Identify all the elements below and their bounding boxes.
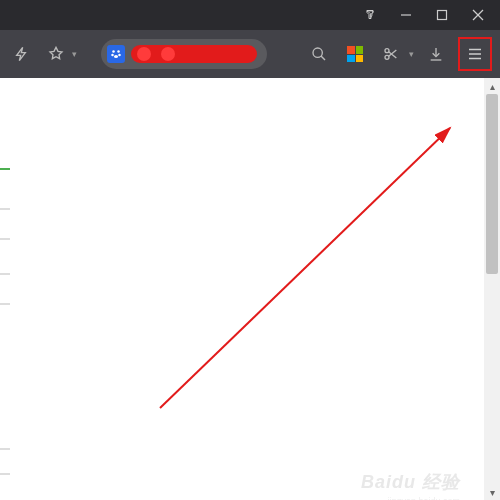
- svg-line-10: [321, 56, 325, 60]
- annotation-arrow: [0, 78, 480, 498]
- search-icon[interactable]: [305, 40, 333, 68]
- scroll-down-button[interactable]: ▾: [484, 484, 500, 500]
- site-favicon: [107, 45, 125, 63]
- svg-point-5: [117, 50, 120, 53]
- address-text-redacted: [131, 45, 257, 63]
- scrollbar-thumb[interactable]: [486, 94, 498, 274]
- appearance-button[interactable]: [352, 2, 388, 28]
- svg-line-19: [160, 128, 450, 408]
- svg-point-8: [114, 55, 118, 58]
- svg-point-7: [118, 54, 121, 57]
- microsoft-logo-icon[interactable]: [341, 40, 369, 68]
- content-main: Baidu 经验 jingyan.baidu.com: [0, 78, 484, 500]
- scissors-icon[interactable]: [377, 40, 405, 68]
- hamburger-menu-button[interactable]: [458, 37, 492, 71]
- window-titlebar: [0, 0, 500, 30]
- flash-icon[interactable]: [8, 40, 36, 68]
- svg-point-9: [313, 48, 322, 57]
- address-bar[interactable]: [101, 39, 267, 69]
- scroll-up-button[interactable]: ▴: [484, 78, 500, 94]
- svg-point-6: [111, 54, 114, 57]
- close-window-button[interactable]: [460, 2, 496, 28]
- svg-rect-1: [438, 11, 447, 20]
- vertical-scrollbar[interactable]: ▴ ▾: [484, 78, 500, 500]
- watermark-brand: Baidu 经验: [361, 470, 460, 494]
- chevron-down-icon[interactable]: ▾: [409, 49, 414, 59]
- page-content: Baidu 经验 jingyan.baidu.com ▴ ▾: [0, 78, 500, 500]
- browser-toolbar: ▾ ▾: [0, 30, 500, 78]
- chevron-down-icon[interactable]: ▾: [72, 49, 77, 59]
- maximize-button[interactable]: [424, 2, 460, 28]
- minimize-button[interactable]: [388, 2, 424, 28]
- watermark-url: jingyan.baidu.com: [387, 496, 460, 500]
- star-icon[interactable]: [42, 40, 70, 68]
- svg-point-4: [112, 50, 115, 53]
- download-icon[interactable]: [422, 40, 450, 68]
